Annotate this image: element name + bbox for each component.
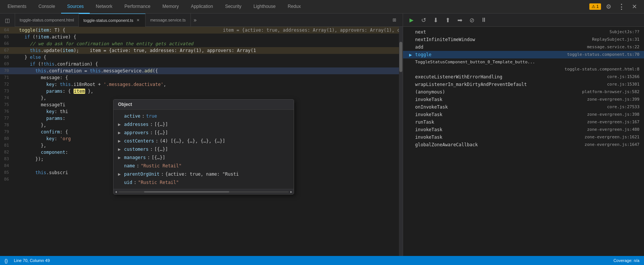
callstack-fn-invoketask2: invokeTask — [415, 112, 585, 117]
callstack-fn-invoketask1: invokeTask — [415, 97, 585, 102]
code-line-72: 72 key: this.i18nRoot + '.messages.deact… — [0, 81, 403, 88]
deactivate-breakpoints-button[interactable]: ⊘ — [466, 15, 477, 25]
status-coverage: Coverage: n/a — [613, 258, 639, 263]
devtools-tab-bar: Elements Console Sources Network Perform… — [0, 0, 644, 14]
callstack-item-togglestatuscomponent[interactable]: ToggleStatusComponent_button_0_Template_… — [403, 58, 644, 66]
tab-network[interactable]: Network — [90, 0, 118, 14]
expand-icon-name — [118, 162, 123, 169]
callstack-item-invoketask3[interactable]: invokeTask zone-evergreen.js:480 — [403, 126, 644, 133]
tab-security[interactable]: Security — [219, 0, 247, 14]
tab-sources[interactable]: Sources — [61, 0, 90, 14]
callstack-arrow-runtask — [409, 120, 413, 124]
tooltip-row-customers[interactable]: ▶ customers : [{…}] — [113, 145, 294, 153]
file-tab-service[interactable]: message.service.ts — [146, 14, 190, 27]
callstack-item-globalzone[interactable]: globalZoneAwareCallback zone-evergreen.j… — [403, 141, 644, 149]
callstack-file-togglestatuscomponent2: toggle-status.component.html:8 — [564, 67, 639, 72]
callstack-arrow-nextinfinite — [409, 38, 413, 42]
callstack-arrow-globalzone — [409, 143, 413, 147]
scroll-right-arrow[interactable]: ▸ — [289, 190, 294, 194]
close-devtools-icon[interactable]: ✕ — [629, 2, 639, 12]
step-into-button[interactable]: ⬇ — [430, 15, 441, 25]
callstack-item-executelistener[interactable]: executeListenerWithErrorHandling core.js… — [403, 73, 644, 81]
expand-icon-managers[interactable]: ▶ — [118, 154, 123, 161]
scroll-left-arrow[interactable]: ◂ — [113, 190, 118, 194]
callstack-item-invoketask4[interactable]: invokeTask zone-evergreen.js:1621 — [403, 133, 644, 141]
tab-application[interactable]: Application — [185, 0, 219, 14]
callstack-fn-invoketask4: invokeTask — [415, 135, 582, 140]
code-line-73: 73 params: { item }, — [0, 88, 403, 95]
callstack-file-invoketask2: zone-evergreen.js:398 — [587, 112, 639, 117]
file-tab-ts[interactable]: toggle-status.component.ts ✕ — [79, 14, 146, 27]
callstack-file-next: SubjectJs:?? — [610, 29, 639, 34]
callstack-item-next[interactable]: next SubjectJs:?? — [403, 28, 644, 36]
callstack-file-runtask: zone-evergreen.js:167 — [587, 119, 639, 124]
callstack-file-oninvoketask: core.js:27533 — [607, 104, 639, 109]
callstack-arrow-next — [409, 30, 413, 34]
callstack-file-toggle: toggle-status.component.ts:70 — [567, 52, 639, 57]
tab-redux[interactable]: Redux — [282, 0, 307, 14]
call-stack: next SubjectJs:?? nextInfiniteTimeWindow… — [403, 27, 644, 256]
tooltip-row-managers[interactable]: ▶ managers : [{…}] — [113, 153, 294, 162]
file-tab-ts-label: toggle-status.component.ts — [83, 18, 133, 23]
callstack-item-wraplistener[interactable]: wrapListenerIn_markDirtyAndPreventDefaul… — [403, 81, 644, 88]
callstack-arrow-invoketask1 — [409, 98, 413, 102]
tooltip-row-costcenters[interactable]: ▶ costCenters : (4) [{…}, {…}, {…}, {…}] — [113, 137, 294, 145]
warning-badge[interactable]: ⚠ 1 — [589, 3, 601, 10]
tab-lighthouse[interactable]: Lighthouse — [247, 0, 282, 14]
callstack-item-anonymous[interactable]: (anonymous) platform-browser.js:582 — [403, 88, 644, 96]
code-line-70: 70 this.confirmation = this.messageServi… — [0, 67, 403, 74]
pause-on-exceptions-button[interactable]: ⏸ — [478, 15, 489, 25]
callstack-arrow-anonymous — [409, 90, 413, 94]
tab-console[interactable]: Console — [32, 0, 61, 14]
expand-icon-approvers[interactable]: ▶ — [118, 129, 123, 136]
more-tabs-icon[interactable]: » — [191, 17, 200, 23]
expand-icon-addresses[interactable]: ▶ — [118, 121, 123, 128]
tab-performance[interactable]: Performance — [118, 0, 156, 14]
callstack-fn-nextinfinite: nextInfiniteTimeWindow — [415, 37, 590, 42]
expand-icon-costcenters[interactable]: ▶ — [118, 138, 123, 144]
step-out-button[interactable]: ⬆ — [442, 15, 453, 25]
callstack-file-add: message.service.ts:22 — [587, 44, 639, 49]
tooltip-header: Object — [113, 100, 294, 110]
tooltip-row-uid[interactable]: uid : "Rustic Retail" — [113, 178, 294, 187]
toggle-network-recording-icon[interactable]: ⊞ — [389, 15, 400, 25]
expand-icon-parentorgunit[interactable]: ▶ — [118, 171, 123, 178]
tooltip-row-active[interactable]: active : true — [113, 112, 294, 120]
callstack-item-invoketask2[interactable]: invokeTask zone-evergreen.js:398 — [403, 111, 644, 118]
more-options-icon[interactable]: ⋮ — [616, 2, 627, 12]
resume-button[interactable]: ▶ — [406, 15, 417, 25]
expand-icon-customers[interactable]: ▶ — [118, 146, 123, 153]
code-line-68: 68 } else { — [0, 54, 403, 61]
callstack-file-invoketask1: zone-evergreen.js:399 — [587, 97, 639, 102]
close-tab-ts-icon[interactable]: ✕ — [135, 18, 141, 23]
step-button[interactable]: ➡ — [454, 15, 465, 25]
callstack-fn-add: add — [415, 44, 585, 50]
callstack-arrow-invoketask3 — [409, 128, 413, 132]
callstack-arrow-togglestatuscomponent — [409, 60, 413, 64]
tooltip-row-addresses[interactable]: ▶ addresses : [{…}] — [113, 120, 294, 129]
file-tab-service-label: message.service.ts — [150, 18, 186, 22]
callstack-file-anonymous: platform-browser.js:582 — [582, 89, 639, 94]
callstack-item-oninvoketask[interactable]: onInvokeTask core.js:27533 — [403, 103, 644, 111]
callstack-item-toggle[interactable]: ▶ toggle toggle-status.component.ts:70 — [403, 51, 644, 58]
tooltip-row-parentorgunit[interactable]: ▶ parentOrgUnit : {active: true, name: "… — [113, 170, 294, 178]
code-editor[interactable]: 64 toggle(item: T) { item = {active: tru… — [0, 27, 403, 256]
settings-icon[interactable]: ⚙ — [603, 2, 614, 12]
main-area: 64 toggle(item: T) { item = {active: tru… — [0, 27, 644, 256]
sidebar-toggle-icon[interactable]: ◫ — [2, 15, 13, 26]
tooltip-row-name[interactable]: name : "Rustic Retail" — [113, 162, 294, 170]
code-line-65: 65 if (!item.active) { — [0, 34, 403, 40]
file-tab-html[interactable]: toggle-status.component.html — [15, 14, 79, 27]
code-line-69: 69 if (!this.confirmation) { — [0, 61, 403, 67]
callstack-fn-invoketask3: invokeTask — [415, 127, 585, 132]
tooltip-row-approvers[interactable]: ▶ approvers : [{…}] — [113, 129, 294, 137]
callstack-item-invoketask1[interactable]: invokeTask zone-evergreen.js:399 — [403, 96, 644, 103]
callstack-item-runtask[interactable]: runTask zone-evergreen.js:167 — [403, 118, 644, 126]
callstack-item-nextinfinite[interactable]: nextInfiniteTimeWindow ReplaySubject.js:… — [403, 36, 644, 43]
callstack-file-globalzone: zone-evergreen.js:1647 — [584, 142, 639, 147]
step-over-button[interactable]: ↺ — [418, 15, 429, 25]
callstack-item-add[interactable]: add message.service.ts:22 — [403, 43, 644, 51]
tab-elements[interactable]: Elements — [2, 0, 32, 14]
tab-memory[interactable]: Memory — [156, 0, 185, 14]
callstack-fn-togglestatuscomponent: ToggleStatusComponent_button_0_Template_… — [415, 60, 635, 64]
